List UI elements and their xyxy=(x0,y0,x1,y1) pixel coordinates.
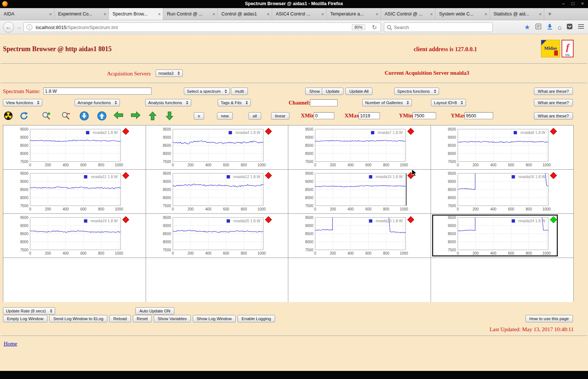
linear-button[interactable]: linear xyxy=(271,112,289,120)
what-are-these-button[interactable]: What are these? xyxy=(534,99,573,106)
tab-asic-control[interactable]: ASIC Control @ ...× xyxy=(381,8,435,20)
minimize-button[interactable]: – xyxy=(561,1,566,6)
tab-close-icon[interactable]: × xyxy=(158,11,161,17)
reset-button[interactable]: Reset xyxy=(133,315,152,322)
enable-logging-button[interactable]: Enable Logging xyxy=(238,315,275,322)
update-rate-select[interactable]: Update Rate (8 secs) xyxy=(3,307,55,315)
select-a-spectrum-select[interactable]: Select a spectrum xyxy=(184,88,230,95)
home-icon[interactable]: ⌂ xyxy=(558,24,562,31)
bookmarks-panel-icon[interactable] xyxy=(535,23,542,31)
x-button[interactable]: x xyxy=(194,112,204,120)
what-are-these-button[interactable]: What are these? xyxy=(534,112,573,120)
search-input[interactable] xyxy=(394,23,489,31)
tags-fits-select[interactable]: Tags & Fits xyxy=(218,99,251,106)
tab-close-icon[interactable]: × xyxy=(375,11,378,17)
scroll-up-icon[interactable] xyxy=(97,111,107,122)
tab-run-control[interactable]: Run Control @ ...× xyxy=(163,8,218,20)
tab-spectrum-brow[interactable]: Spectrum Brow...× xyxy=(109,8,163,20)
zoom-out-icon[interactable] xyxy=(61,111,71,122)
url-text[interactable]: localhost:8015/Spectrum/Spectrum.tml xyxy=(36,25,118,30)
ymax-input[interactable] xyxy=(464,112,493,119)
tab-statistics-aid[interactable]: Statistics @ aid...× xyxy=(490,8,544,20)
search-bar[interactable] xyxy=(384,22,493,32)
refresh-icon[interactable] xyxy=(19,111,29,122)
status-diamond-icon[interactable] xyxy=(122,216,129,223)
spectrum-chart-nnaida23[interactable]: 9500900085008000750002004006008001000nna… xyxy=(289,215,415,257)
spectrum-chart-nnaida11[interactable]: 9500900085008000750002004006008001000nna… xyxy=(4,170,130,213)
tab-temperature-a[interactable]: Temperature a...× xyxy=(327,8,381,20)
reload-icon[interactable]: ↻ xyxy=(372,24,377,31)
status-diamond-icon[interactable] xyxy=(122,172,129,179)
spectrum-chart-nnaida16[interactable]: 9500900085008000750002004006008001000nna… xyxy=(432,170,558,213)
tab-close-icon[interactable]: × xyxy=(267,11,270,17)
reload-button[interactable]: Reload xyxy=(109,315,131,322)
status-diamond-icon[interactable] xyxy=(550,128,557,135)
how-to-use-button[interactable]: How to use this page xyxy=(525,315,573,322)
spectrum-chart-nnaida20[interactable]: 9500900085008000750002004006008001000nna… xyxy=(147,215,273,257)
acquisition-server-select[interactable]: nnaida3 xyxy=(156,70,183,77)
all-button[interactable]: all xyxy=(249,112,261,120)
status-diamond-icon[interactable] xyxy=(407,216,414,223)
spectrum-chart-nnaida19[interactable]: 9500900085008000750002004006008001000nna… xyxy=(4,215,130,257)
tab-close-icon[interactable]: × xyxy=(321,11,324,17)
pan-down-icon[interactable] xyxy=(165,111,174,122)
arrange-functions-select[interactable]: Arrange functions xyxy=(75,99,120,106)
tab-control-aidas1[interactable]: Control @ aidas1× xyxy=(218,8,272,20)
new-tab-button[interactable]: + xyxy=(544,8,555,20)
status-diamond-icon[interactable] xyxy=(265,172,272,179)
show-button[interactable]: Show xyxy=(305,88,324,95)
tab-experiment-co[interactable]: Experiment Co...× xyxy=(54,8,109,20)
layout-id-select[interactable]: Layout ID=8 xyxy=(431,99,466,106)
radiation-icon[interactable] xyxy=(4,111,13,122)
tab-close-icon[interactable]: × xyxy=(49,11,52,17)
new-button[interactable]: new xyxy=(217,112,233,120)
empty-log-window-button[interactable]: Empty Log Window xyxy=(3,315,47,322)
tab-system-wide-c[interactable]: System wide C...× xyxy=(435,8,490,20)
midas-logo[interactable]: Midas xyxy=(541,40,560,57)
spectrum-chart-nnaida8[interactable]: 9500900085008000750002004006008001000nna… xyxy=(432,126,558,169)
firebird-logo[interactable]: f TCL xyxy=(562,40,574,57)
tab-close-icon[interactable]: × xyxy=(212,11,215,17)
tab-close-icon[interactable]: × xyxy=(539,11,542,17)
tab-close-icon[interactable]: × xyxy=(430,11,433,17)
zoom-in-icon[interactable] xyxy=(42,111,51,122)
spectrum-chart-nnaida3[interactable]: 9500900085008000750002004006008001000nna… xyxy=(4,126,130,169)
maximize-button[interactable]: □ xyxy=(570,1,575,6)
pocket-icon[interactable] xyxy=(566,23,573,31)
status-diamond-icon[interactable] xyxy=(265,216,272,223)
update-button[interactable]: Update xyxy=(322,88,343,95)
pan-left-icon[interactable] xyxy=(113,111,124,121)
view-functions-select[interactable]: View functions xyxy=(3,99,42,106)
tab-close-icon[interactable]: × xyxy=(103,11,106,17)
url-bar[interactable]: i localhost:8015/Spectrum/Spectrum.tml 8… xyxy=(24,22,381,32)
status-diamond-icon[interactable] xyxy=(550,216,557,223)
number-of-galleries-select[interactable]: Number of Galleries xyxy=(362,99,412,106)
status-diamond-icon[interactable] xyxy=(407,172,414,179)
bookmark-star-icon[interactable]: ★ xyxy=(524,24,530,31)
spectrum-chart-nnaida12[interactable]: 9500900085008000750002004006008001000nna… xyxy=(147,170,273,213)
pan-right-icon[interactable] xyxy=(131,111,141,121)
send-log-window-to-elog-button[interactable]: Send Log Window to ELog xyxy=(49,315,107,322)
show-variables-button[interactable]: Show Variables xyxy=(154,315,191,322)
site-identity-icon[interactable]: i xyxy=(26,24,32,30)
status-diamond-icon[interactable] xyxy=(407,128,414,135)
menu-hamburger-icon[interactable] xyxy=(578,24,584,31)
analysis-functions-select[interactable]: Analysis functions xyxy=(145,99,191,106)
xmax-input[interactable] xyxy=(359,112,380,119)
status-diamond-icon[interactable] xyxy=(265,128,272,135)
multi-button[interactable]: multi xyxy=(231,88,248,95)
tab-close-icon[interactable]: × xyxy=(484,11,487,17)
close-button[interactable]: × xyxy=(580,1,585,6)
spectrum-chart-nnaida15[interactable]: 9500900085008000750002004006008001000nna… xyxy=(289,170,415,213)
scroll-down-icon[interactable] xyxy=(79,111,89,122)
spectrum-chart-nnaida24[interactable]: 9500900085008000750002004006008001000nna… xyxy=(432,215,558,257)
spectrum-name-input[interactable] xyxy=(43,88,152,95)
spectra-functions-select[interactable]: Spectra functions xyxy=(394,88,439,95)
auto-update-button[interactable]: Auto Update ON xyxy=(135,307,174,315)
status-diamond-icon[interactable] xyxy=(122,128,129,135)
show-log-window-button[interactable]: Show Log Window xyxy=(193,315,236,322)
update-all-button[interactable]: Update All xyxy=(345,88,373,95)
tab-aida[interactable]: AIDA× xyxy=(0,8,54,20)
pan-up-icon[interactable] xyxy=(149,111,157,122)
forward-button[interactable]: → xyxy=(15,24,22,31)
